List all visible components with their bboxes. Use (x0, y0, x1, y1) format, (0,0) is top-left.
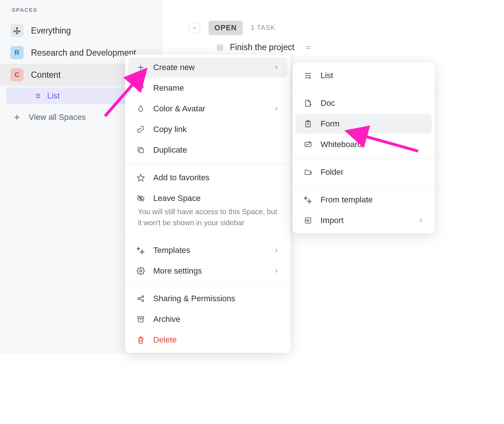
sidebar-list-label: List (47, 91, 60, 101)
svg-rect-13 (139, 149, 143, 153)
content-icon: C (10, 68, 24, 81)
menu-divider (293, 89, 435, 90)
svg-point-1 (14, 31, 15, 32)
menu-copy-link[interactable]: Copy link (128, 119, 287, 139)
menu-delete[interactable]: Delete (128, 330, 287, 350)
list-add-icon (304, 71, 312, 80)
menu-sharing-label: Sharing & Permissions (153, 294, 235, 303)
chevron-right-icon (273, 247, 279, 253)
menu-templates[interactable]: Templates (128, 240, 287, 260)
chevron-right-icon (273, 65, 279, 70)
create-new-submenu: List Doc Form Whiteboard Folder From tem… (293, 63, 435, 233)
submenu-doc-label: Doc (321, 98, 335, 108)
droplet-icon (136, 104, 145, 113)
menu-divider (293, 186, 435, 186)
submenu-whiteboard-label: Whiteboard (321, 140, 362, 149)
space-content-label: Content (31, 70, 61, 80)
submenu-list[interactable]: List (295, 66, 432, 86)
submenu-folder-label: Folder (321, 167, 343, 177)
svg-point-3 (16, 33, 18, 34)
menu-sharing[interactable]: Sharing & Permissions (128, 289, 287, 309)
space-context-menu: Create new Rename Color & Avatar Copy li… (125, 55, 290, 353)
plus-icon (136, 63, 145, 72)
task-title: Finish the project (230, 42, 294, 52)
menu-create-new-label: Create new (153, 63, 195, 72)
link-icon (136, 125, 145, 134)
eye-off-icon (136, 194, 145, 203)
chevron-right-icon (273, 268, 279, 274)
everything-icon (10, 24, 24, 37)
research-icon: R (10, 46, 24, 59)
sparkles-icon (304, 195, 312, 204)
drag-handle-icon[interactable] (305, 44, 312, 51)
menu-add-favorites-label: Add to favorites (153, 173, 210, 183)
svg-point-2 (19, 31, 20, 32)
submenu-list-label: List (321, 71, 333, 80)
menu-archive[interactable]: Archive (128, 309, 287, 329)
menu-divider (125, 164, 290, 164)
menu-copy-link-label: Copy link (153, 125, 186, 134)
menu-more-settings-label: More settings (153, 266, 202, 276)
submenu-doc[interactable]: Doc (295, 93, 432, 113)
chevron-right-icon (273, 106, 279, 112)
submenu-from-template[interactable]: From template (295, 190, 432, 210)
space-everything-label: Everything (31, 26, 71, 36)
doc-icon (304, 99, 312, 108)
plus-icon (13, 114, 21, 121)
status-badge[interactable]: OPEN (209, 21, 243, 35)
menu-rename-label: Rename (153, 83, 184, 93)
share-icon (136, 294, 145, 303)
menu-color-avatar-label: Color & Avatar (153, 104, 205, 114)
chevron-down-icon (192, 25, 197, 31)
folder-add-icon (304, 168, 312, 177)
sidebar-header: SPACES (0, 4, 162, 20)
star-icon (136, 173, 145, 182)
menu-duplicate[interactable]: Duplicate (128, 140, 287, 160)
whiteboard-icon (304, 140, 312, 149)
space-research-label: Research and Development (31, 48, 136, 58)
submenu-folder[interactable]: Folder (295, 162, 432, 182)
menu-more-settings[interactable]: More settings (128, 261, 287, 281)
copy-icon (136, 146, 145, 154)
task-status-dot[interactable] (217, 44, 223, 51)
form-icon (304, 119, 312, 128)
menu-color-avatar[interactable]: Color & Avatar (128, 99, 287, 119)
menu-rename[interactable]: Rename (128, 78, 287, 98)
view-all-label: View all Spaces (29, 112, 86, 122)
menu-leave-desc: You will still have access to this Space… (128, 205, 287, 233)
chevron-right-icon (418, 218, 424, 223)
collapse-toggle[interactable] (189, 22, 200, 34)
svg-line-22 (139, 299, 142, 300)
svg-rect-23 (138, 317, 144, 319)
submenu-form[interactable]: Form (295, 114, 432, 134)
sparkles-icon (136, 246, 145, 255)
space-everything[interactable]: Everything (0, 20, 162, 42)
pencil-icon (136, 84, 145, 93)
gear-icon (136, 267, 145, 275)
menu-templates-label: Templates (153, 246, 190, 255)
list-icon (35, 93, 41, 99)
menu-add-favorites[interactable]: Add to favorites (128, 168, 287, 188)
submenu-import-label: Import (321, 216, 343, 225)
task-count: 1 TASK (251, 24, 275, 32)
menu-create-new[interactable]: Create new (128, 58, 287, 77)
svg-point-0 (16, 28, 18, 29)
svg-point-17 (140, 270, 142, 272)
menu-divider (125, 236, 290, 237)
status-row: OPEN 1 TASK (162, 21, 504, 35)
menu-delete-label: Delete (153, 335, 177, 345)
submenu-import[interactable]: Import (295, 211, 432, 230)
submenu-from-template-label: From template (321, 195, 373, 205)
menu-archive-label: Archive (153, 314, 180, 324)
svg-marker-14 (137, 174, 144, 181)
menu-leave-space[interactable]: Leave Space (128, 188, 287, 205)
import-icon (304, 216, 312, 225)
menu-divider (125, 285, 290, 285)
svg-line-21 (139, 297, 142, 298)
submenu-form-label: Form (321, 119, 339, 129)
menu-duplicate-label: Duplicate (153, 145, 187, 155)
trash-icon (136, 336, 145, 344)
archive-icon (136, 315, 145, 324)
submenu-whiteboard[interactable]: Whiteboard (295, 135, 432, 154)
task-row[interactable]: Finish the project (162, 35, 504, 52)
